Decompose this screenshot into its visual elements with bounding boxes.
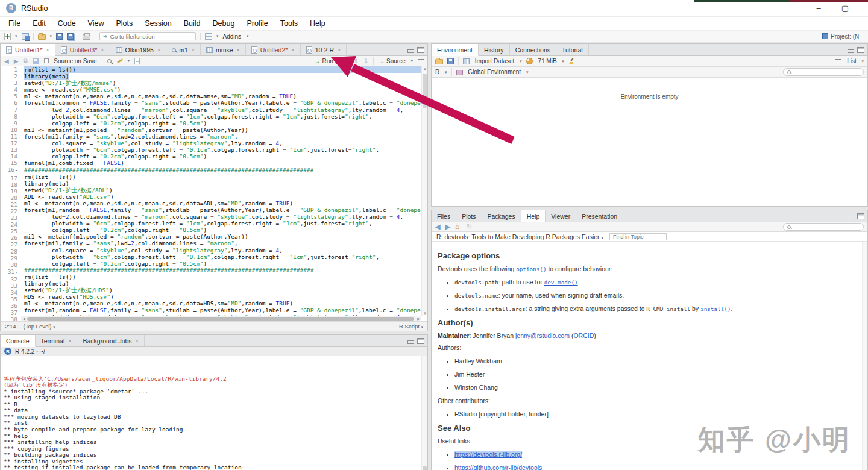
- menu-tools[interactable]: Tools: [274, 17, 304, 30]
- load-workspace-icon[interactable]: [435, 59, 443, 64]
- find-replace-icon[interactable]: [107, 59, 112, 63]
- close-icon[interactable]: ×: [46, 47, 49, 53]
- close-icon[interactable]: ×: [237, 47, 240, 53]
- code-line[interactable]: HDS <- read.csv("HDS.csv"): [24, 293, 427, 300]
- console-tab-terminal[interactable]: Terminal×: [36, 335, 78, 346]
- source-down-icon[interactable]: ⇩: [363, 58, 368, 64]
- maximize-button[interactable]: ▢: [841, 4, 849, 13]
- help-tab-plots[interactable]: Plots: [456, 210, 482, 222]
- code-editor[interactable]: 12345678910111213141516▾1718192021222324…: [1, 66, 427, 321]
- new-file-icon[interactable]: [4, 33, 11, 40]
- source-tab-untitled3-[interactable]: Untitled3*×: [55, 44, 110, 55]
- memory-usage-button[interactable]: 71 MiB ▾: [526, 58, 564, 64]
- help-link[interactable]: dev_mode(): [544, 279, 578, 286]
- code-line[interactable]: library(meta): [24, 280, 427, 287]
- help-tab-viewer[interactable]: Viewer: [546, 210, 576, 222]
- pane-layout-dropdown-icon[interactable]: ▾: [216, 34, 219, 39]
- code-line[interactable]: plotwidth = "6cm",colgap.forest.left = "…: [24, 220, 427, 227]
- code-lines[interactable]: rm(list = ls())library(meta)setwd("D:/1-…: [21, 66, 427, 321]
- editor-vertical-scrollbar[interactable]: ▲ ▼: [421, 66, 427, 316]
- back-icon[interactable]: ◀: [4, 58, 9, 64]
- help-link[interactable]: install(): [700, 306, 731, 312]
- console-scrollbar[interactable]: [421, 356, 427, 470]
- save-workspace-icon[interactable]: [447, 58, 454, 64]
- code-line[interactable]: lwd=2,col.diamond.lines = "maroon",col.s…: [24, 213, 427, 220]
- environment-search-input[interactable]: [793, 69, 860, 75]
- help-home-icon[interactable]: ⌂: [455, 224, 462, 230]
- scope-selector[interactable]: (Top Level) ▾: [24, 323, 55, 330]
- scroll-down-icon[interactable]: ▼: [422, 311, 427, 316]
- code-line[interactable]: rm(list = ls()): [24, 274, 427, 280]
- pane-minimize-icon[interactable]: [848, 216, 854, 219]
- code-line[interactable]: colgap.left = "0.2cm",colgap.right = "0.…: [24, 260, 427, 267]
- code-line[interactable]: mi1 <- metainf(m1,pooled = "random",sort…: [24, 233, 427, 240]
- open-file-icon[interactable]: [38, 34, 46, 40]
- code-line[interactable]: funnel(m1,comb.fixed = FALSE): [24, 160, 427, 166]
- code-line[interactable]: ########################################…: [24, 166, 427, 173]
- file-type-selector[interactable]: R Script ▾: [399, 323, 423, 330]
- code-line[interactable]: rm(list = ls()): [24, 174, 427, 180]
- compile-report-icon[interactable]: [134, 58, 140, 64]
- list-view-button[interactable]: List ▾: [835, 58, 864, 64]
- help-tab-packages[interactable]: Packages: [482, 210, 521, 222]
- environment-tab-history[interactable]: History: [479, 44, 510, 55]
- code-line[interactable]: m1 <- metacont(n.e,mean.e,sd.e,n.c,mean.…: [24, 200, 427, 207]
- source-tab-olkin1995[interactable]: Olkin1995×: [110, 44, 167, 55]
- help-link[interactable]: options(): [516, 266, 546, 272]
- find-in-topic-input[interactable]: [609, 233, 667, 240]
- addins-button[interactable]: Addins ▾: [223, 33, 249, 40]
- scroll-right-icon[interactable]: ▶: [416, 316, 421, 321]
- pane-minimize-icon[interactable]: [407, 49, 414, 53]
- close-icon[interactable]: ×: [136, 338, 139, 344]
- source-tab-mmse[interactable]: mmse×: [201, 44, 246, 55]
- close-icon[interactable]: ×: [157, 47, 160, 53]
- scrollbar-thumb[interactable]: [27, 317, 414, 321]
- menu-help[interactable]: Help: [304, 17, 332, 30]
- code-line[interactable]: plotwidth = "6cm",colgap.forest.left = "…: [24, 146, 427, 153]
- project-selector[interactable]: Project: (N: [822, 33, 868, 40]
- code-line[interactable]: forest(m1,random = FALSE,family = "sans"…: [24, 307, 427, 313]
- console-tab-background-jobs[interactable]: Background Jobs×: [77, 335, 144, 346]
- clear-workspace-icon[interactable]: [568, 58, 575, 64]
- fold-arrow-icon[interactable]: ▾: [15, 168, 17, 173]
- import-dataset-button[interactable]: Import Dataset ▾: [463, 58, 522, 64]
- close-icon[interactable]: ×: [101, 47, 104, 53]
- menu-build[interactable]: Build: [178, 17, 207, 30]
- code-line[interactable]: col.square = "skyblue",col.study = "ligh…: [24, 140, 427, 146]
- fold-arrow-icon[interactable]: ▾: [15, 270, 17, 275]
- help-search-box[interactable]: [783, 223, 864, 231]
- popout-icon[interactable]: ⧉: [23, 57, 27, 64]
- goto-file-input[interactable]: [110, 33, 183, 40]
- code-line[interactable]: plotwidth = "6cm",colgap.forest.left = "…: [24, 254, 427, 260]
- help-scrollbar[interactable]: [862, 242, 867, 470]
- code-line[interactable]: setwd("D:/1-护士/数据/HDS"): [24, 287, 427, 293]
- menu-code[interactable]: Code: [52, 17, 82, 30]
- code-line[interactable]: library(meta): [24, 73, 427, 80]
- goto-file-box[interactable]: ➜: [99, 32, 196, 40]
- code-line[interactable]: library(meta): [24, 180, 427, 187]
- pane-minimize-icon[interactable]: [848, 49, 854, 53]
- scroll-up-icon[interactable]: ▲: [422, 66, 427, 72]
- code-line[interactable]: col.square = "skyblue",col.study = "ligh…: [24, 247, 427, 254]
- source-up-icon[interactable]: ⇧: [353, 58, 358, 64]
- code-line[interactable]: mmse <- read.csv("MMSE.csv"): [24, 86, 427, 93]
- source-tab-untitled2-[interactable]: Untitled2*×: [246, 44, 301, 55]
- code-line[interactable]: m1 <- metacont(n.e,mean.e,sd.e,n.c,mean.…: [24, 93, 427, 99]
- environment-scope-selector[interactable]: Global Environment ▾: [456, 69, 529, 75]
- environment-tab-connections[interactable]: Connections: [510, 44, 556, 55]
- editor-horizontal-scrollbar[interactable]: ◀ ▶: [21, 316, 421, 321]
- source-tab-untitled1-[interactable]: Untitled1*×: [1, 44, 55, 56]
- code-tools-dropdown-icon[interactable]: ▾: [128, 58, 130, 63]
- new-file-dropdown-icon[interactable]: ▾: [15, 34, 17, 39]
- forward-icon[interactable]: ▶: [14, 58, 19, 64]
- help-link[interactable]: https://github.com/r-lib/devtools: [454, 464, 542, 470]
- menu-edit[interactable]: Edit: [27, 17, 52, 30]
- source-on-save-toggle[interactable]: Source on Save: [44, 58, 97, 64]
- open-dropdown-icon[interactable]: ▾: [50, 34, 52, 39]
- code-tools-icon[interactable]: [116, 58, 123, 64]
- code-line[interactable]: setwd("D:/1-护士/数据/ADL"): [24, 187, 427, 193]
- help-tab-presentation[interactable]: Presentation: [576, 210, 623, 222]
- close-icon[interactable]: ×: [291, 47, 294, 53]
- pane-layout-icon[interactable]: [205, 33, 212, 40]
- language-selector[interactable]: R ▾: [435, 69, 447, 75]
